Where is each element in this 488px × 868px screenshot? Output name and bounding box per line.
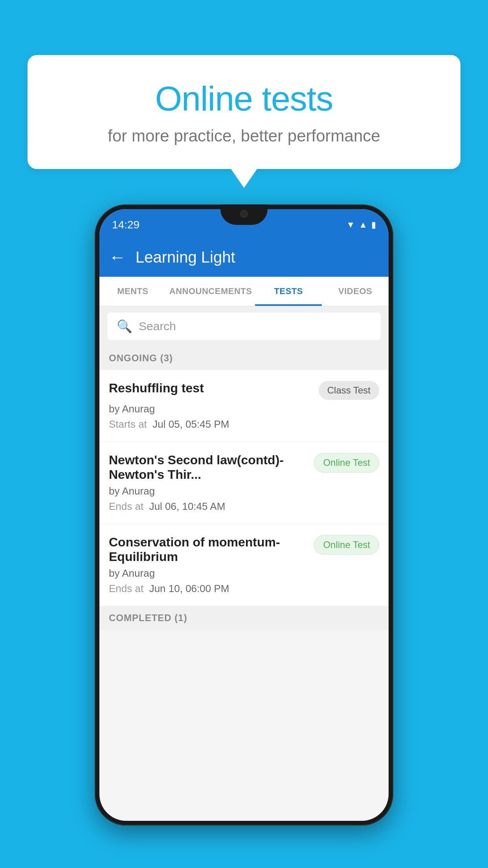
test-date: Starts at Jul 05, 05:45 PM xyxy=(109,418,379,430)
test-date: Ends at Jun 10, 06:00 PM xyxy=(109,583,379,595)
speech-bubble-container: Online tests for more practice, better p… xyxy=(28,55,460,169)
date-label: Ends at xyxy=(109,583,143,594)
speech-bubble: Online tests for more practice, better p… xyxy=(28,55,460,169)
completed-section-header: COMPLETED (1) xyxy=(99,606,389,630)
test-item[interactable]: Reshuffling test Class Test by Anurag St… xyxy=(99,370,389,442)
scroll-content[interactable]: 🔍 Search ONGOING (3) Reshuffling test Cl… xyxy=(99,306,389,798)
test-name: Newton's Second law(contd)-Newton's Thir… xyxy=(109,453,308,482)
date-label: Ends at xyxy=(109,500,143,512)
ongoing-section-title: ONGOING (3) xyxy=(109,353,173,363)
phone-container: 14:29 ▼ ▲ ▮ ← Learning Light MENTS ANNOU… xyxy=(95,204,393,826)
test-name: Reshuffling test xyxy=(109,381,312,395)
test-date: Ends at Jul 06, 10:45 AM xyxy=(109,500,379,513)
test-item-header: Conservation of momentum-Equilibrium Onl… xyxy=(109,535,379,564)
speech-bubble-title: Online tests xyxy=(59,79,429,119)
tabs-container: MENTS ANNOUNCEMENTS TESTS VIDEOS xyxy=(99,277,389,306)
phone-notch xyxy=(220,204,268,225)
test-name: Conservation of momentum-Equilibrium xyxy=(109,535,308,564)
status-icons: ▼ ▲ ▮ xyxy=(346,220,376,230)
test-badge-class: Class Test xyxy=(319,381,379,400)
phone-screen: 14:29 ▼ ▲ ▮ ← Learning Light MENTS ANNOU… xyxy=(99,209,389,821)
tab-announcements[interactable]: ANNOUNCEMENTS xyxy=(166,277,255,306)
signal-icon: ▲ xyxy=(359,220,367,230)
test-item-header: Newton's Second law(contd)-Newton's Thir… xyxy=(109,453,379,482)
test-author: by Anurag xyxy=(109,567,379,579)
wifi-icon: ▼ xyxy=(346,220,355,230)
app-title: Learning Light xyxy=(136,248,235,266)
test-badge-online: Online Test xyxy=(314,453,379,473)
test-author: by Anurag xyxy=(109,403,379,415)
test-item[interactable]: Conservation of momentum-Equilibrium Onl… xyxy=(99,524,389,606)
camera-icon xyxy=(240,210,248,218)
back-button[interactable]: ← xyxy=(109,247,126,267)
search-bar[interactable]: 🔍 Search xyxy=(107,313,381,340)
test-item[interactable]: Newton's Second law(contd)-Newton's Thir… xyxy=(99,442,389,524)
search-icon: 🔍 xyxy=(117,319,132,334)
search-container: 🔍 Search xyxy=(99,306,389,346)
status-time: 14:29 xyxy=(112,219,139,231)
test-author: by Anurag xyxy=(109,485,379,497)
date-label: Starts at xyxy=(109,418,147,430)
battery-icon: ▮ xyxy=(371,220,376,230)
search-placeholder: Search xyxy=(139,320,176,333)
phone-outer: 14:29 ▼ ▲ ▮ ← Learning Light MENTS ANNOU… xyxy=(95,204,393,826)
completed-section-title: COMPLETED (1) xyxy=(109,612,187,623)
app-bar: ← Learning Light xyxy=(99,237,389,277)
tab-ments[interactable]: MENTS xyxy=(99,277,166,306)
speech-bubble-subtitle: for more practice, better performance xyxy=(59,127,429,145)
tab-videos[interactable]: VIDEOS xyxy=(322,277,389,306)
tab-tests[interactable]: TESTS xyxy=(255,277,322,306)
test-badge-online: Online Test xyxy=(314,535,379,555)
ongoing-section-header: ONGOING (3) xyxy=(99,346,389,370)
test-item-header: Reshuffling test Class Test xyxy=(109,381,379,400)
